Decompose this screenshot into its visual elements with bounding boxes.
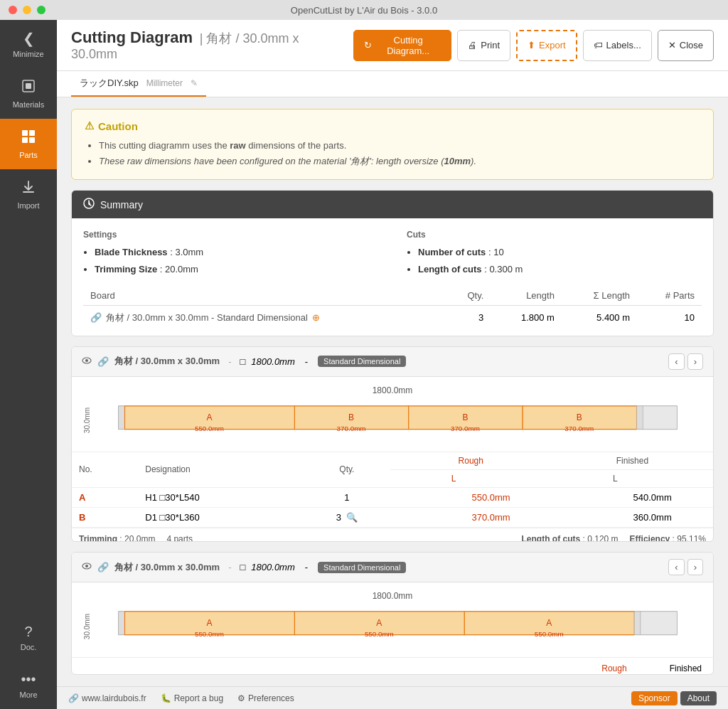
caution-title: ⚠ Caution (85, 119, 700, 132)
caution-box: ⚠ Caution This cutting diagramm uses the… (71, 109, 714, 180)
sidebar-item-materials[interactable]: Materials (0, 68, 57, 119)
trimming-label: Trimming : 20.0mm (79, 534, 155, 543)
board-1-x-label: 1800.0mm (83, 385, 702, 395)
board-1-length: 1800.0mm (251, 356, 294, 367)
part-a-spacer2 (679, 487, 713, 507)
board-1-y-label: 30.0mm (83, 407, 91, 433)
preferences-link[interactable]: ⚙ Preferences (237, 693, 294, 703)
board-1-prev-button[interactable]: ‹ (668, 353, 684, 370)
settings-col: Settings Blade Thickness : 3.0mm Trimmin… (83, 230, 378, 277)
sidebar-item-parts[interactable]: Parts (0, 119, 57, 169)
th-qty: Qty. (304, 452, 390, 487)
board-2-eye-icon (82, 561, 92, 573)
sidebar-item-label: More (19, 691, 37, 699)
close-window-button[interactable] (9, 6, 17, 14)
board-1-link-icon: 🔗 (97, 356, 109, 367)
sidebar-item-doc[interactable]: ? Doc. (14, 614, 43, 661)
parts-count-label: 4 parts (166, 534, 193, 543)
part-a-name: H1 □30*L540 (138, 487, 304, 507)
link-icon: 🔗 (68, 693, 79, 703)
bug-icon: 🐛 (161, 693, 171, 703)
doc-icon: ? (24, 624, 32, 640)
warning-icon: ⚠ (85, 119, 94, 132)
sigma-cell: 5.400 m (562, 305, 637, 330)
statusbar-right: Sponsor About (631, 691, 717, 705)
sidebar-item-minimize[interactable]: ❮ Minimize (0, 20, 57, 68)
board-2-next-button[interactable]: › (687, 559, 703, 575)
part-b-qty: 3 🔍 (304, 507, 390, 527)
report-bug-link[interactable]: 🐛 Report a bug (161, 693, 223, 703)
board-1-length-icon: □ (240, 356, 245, 367)
svg-rect-4 (22, 137, 28, 143)
more-icon: ••• (21, 671, 36, 688)
board-2-x-label: 1800.0mm (83, 591, 702, 601)
qty-cell: 3 (446, 305, 491, 330)
svg-rect-39 (641, 612, 677, 635)
board-2-rough-finished: Rough Finished (72, 657, 713, 675)
th-finished-spacer (679, 469, 713, 487)
settings-heading: Settings (83, 230, 378, 240)
about-button[interactable]: About (680, 691, 717, 705)
caution-line-2: These raw dimensions have been configure… (99, 154, 700, 169)
summary-body: Settings Blade Thickness : 3.0mm Trimmin… (72, 218, 713, 336)
svg-text:A: A (206, 412, 212, 422)
board-cell: 🔗 角材 / 30.0mm x 30.0mm - Standard Dimens… (83, 305, 446, 330)
board-2-y-label: 30.0mm (83, 614, 91, 639)
link-icon: 🔗 (90, 312, 102, 323)
close-button[interactable]: ✕ Close (658, 30, 714, 61)
board-1-svg-container: A 550.0mm B 370.0mm B 370.0mm (94, 398, 702, 443)
print-button[interactable]: 🖨 Print (457, 30, 510, 61)
cutting-diagram-button[interactable]: ↻ Cutting Diagram... (353, 30, 451, 61)
finished-header: Finished (670, 663, 702, 673)
th-finished: Finished (552, 452, 713, 469)
svg-rect-23 (637, 405, 643, 429)
search-icon[interactable]: 🔍 (346, 512, 358, 523)
sidebar-item-import[interactable]: Import (0, 169, 57, 220)
website-link[interactable]: 🔗 www.lairdubois.fr (68, 693, 146, 703)
svg-rect-5 (29, 137, 35, 143)
refresh-icon: ↻ (364, 40, 372, 50)
close-icon: ✕ (668, 40, 676, 50)
board-1-next-button[interactable]: › (687, 353, 703, 370)
svg-text:A: A (206, 618, 212, 628)
board-1-separator: - (228, 356, 231, 367)
app-title: OpenCutList by L'Air du Bois - 3.0.0 (291, 5, 437, 16)
col-sigma: Σ Length (562, 286, 637, 306)
board-2-prev-button[interactable]: ‹ (668, 559, 684, 575)
svg-text:B: B (577, 412, 582, 422)
sidebar-item-label: Doc. (21, 643, 37, 651)
svg-rect-24 (643, 405, 677, 429)
board-1-svg: A 550.0mm B 370.0mm B 370.0mm (94, 398, 702, 441)
summary-table-header: Board Qty. Length Σ Length # Parts (83, 286, 702, 306)
svg-text:370.0mm: 370.0mm (564, 424, 594, 432)
minimize-window-button[interactable] (23, 6, 31, 14)
label-icon: 🏷 (594, 40, 603, 50)
edit-icon[interactable]: ✎ (191, 78, 198, 88)
svg-rect-28 (119, 612, 125, 635)
col-parts: # Parts (637, 286, 702, 306)
summary-settings-cuts: Settings Blade Thickness : 3.0mm Trimmin… (83, 230, 702, 277)
svg-text:550.0mm: 550.0mm (195, 630, 224, 638)
table-row: B D1 □30*L360 3 🔍 370.0mm 360.0mm (72, 507, 713, 527)
sidebar-item-more[interactable]: ••• More (14, 661, 43, 709)
footer-right: Length of cuts : 0.120 m Efficiency : 95… (522, 534, 706, 543)
sidebar-item-label: Parts (19, 151, 38, 159)
maximize-window-button[interactable] (37, 6, 46, 14)
board-2-nav: ‹ › (668, 559, 703, 575)
export-button[interactable]: ⬆ Export (516, 30, 577, 61)
settings-list: Blade Thickness : 3.0mm Trimming Size : … (95, 244, 378, 277)
window-controls (9, 6, 46, 14)
part-a-qty: 1 (304, 487, 390, 507)
part-a-finished: 540.0mm (552, 487, 679, 507)
part-b-finished: 360.0mm (552, 507, 679, 527)
part-b-spacer2 (679, 507, 713, 527)
board-1-diagram: 1800.0mm 30.0mm A (72, 377, 713, 452)
sponsor-button[interactable]: Sponsor (631, 691, 678, 705)
table-row: A H1 □30*L540 1 550.0mm 540.0mm (72, 487, 713, 507)
th-rough: Rough (390, 452, 552, 469)
tab-file[interactable]: ラックDIY.skp Millimeter ✎ (71, 71, 206, 97)
labels-button[interactable]: 🏷 Labels... (583, 30, 652, 61)
svg-rect-10 (119, 405, 125, 429)
svg-text:550.0mm: 550.0mm (195, 424, 224, 432)
cuts-list: Number of cuts : 10 Length of cuts : 0.3… (418, 244, 702, 277)
